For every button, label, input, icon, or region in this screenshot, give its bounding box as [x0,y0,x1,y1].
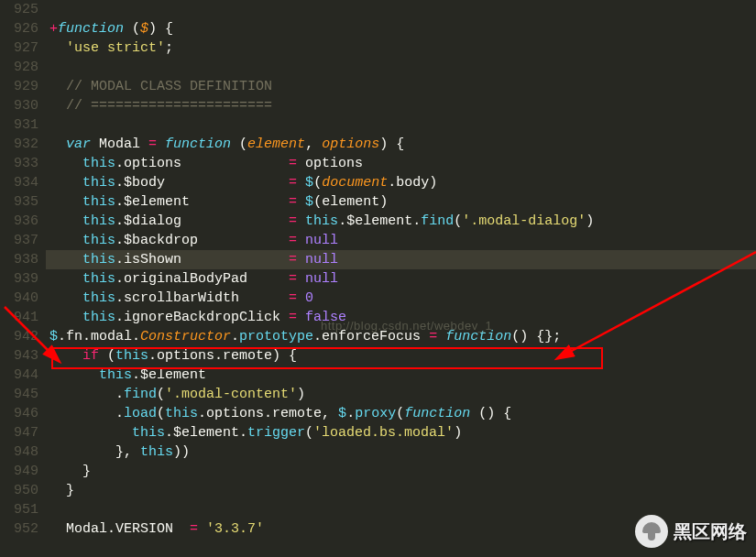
code-line[interactable]: this.scrollbarWidth = 0 [46,289,756,308]
code-line[interactable]: +function ($) { [46,19,756,38]
line-number: 931 [0,115,38,135]
line-number: 935 [0,192,38,212]
line-number: 930 [0,96,38,115]
code-line[interactable]: this.isShown = null [46,250,756,269]
brand-text: 黑区网络 [674,519,747,544]
line-number: 951 [0,500,38,519]
line-number: 936 [0,212,38,231]
line-number: 933 [0,154,38,173]
code-line[interactable]: if (this.options.remote) { [46,346,756,366]
line-number: 929 [0,77,38,96]
brand-logo: 黑区网络 [635,515,747,548]
line-number: 952 [0,519,38,539]
code-line[interactable]: this.$body = $(document.body) [46,173,756,192]
code-line[interactable]: this.$backdrop = null [46,231,756,250]
code-line[interactable]: // MODAL CLASS DEFINITION [46,77,756,96]
watermark-text: http://blog.csdn.net/webdev_1 [321,319,492,333]
code-line[interactable]: this.options = options [46,154,756,173]
line-number: 925 [0,0,38,19]
code-area[interactable]: http://blog.csdn.net/webdev_1 +function … [46,0,756,539]
mushroom-icon [635,515,668,548]
code-line[interactable]: // ====================== [46,96,756,115]
line-number: 938 [0,250,38,269]
code-line[interactable]: this.originalBodyPad = null [46,269,756,289]
code-line[interactable]: this.$element [46,366,756,385]
code-line[interactable]: .find('.modal-content') [46,385,756,404]
line-number: 944 [0,366,38,385]
line-number: 948 [0,442,38,462]
code-line[interactable] [46,0,756,19]
line-number-gutter: 9259269279289299309319329339349359369379… [0,0,46,539]
line-number: 926 [0,19,38,38]
code-line[interactable]: }, this)) [46,442,756,462]
code-line[interactable]: this.$element = $(element) [46,192,756,212]
line-number: 928 [0,58,38,77]
line-number: 927 [0,38,38,58]
line-number: 942 [0,327,38,346]
line-number: 939 [0,269,38,289]
line-number: 934 [0,173,38,192]
code-line[interactable]: } [46,481,756,500]
line-number: 949 [0,462,38,481]
line-number: 937 [0,231,38,250]
code-line[interactable]: 'use strict'; [46,38,756,58]
line-number: 943 [0,346,38,366]
line-number: 946 [0,404,38,423]
line-number: 945 [0,385,38,404]
line-number: 950 [0,481,38,500]
line-number: 940 [0,289,38,308]
line-number: 941 [0,308,38,327]
code-line[interactable] [46,58,756,77]
code-line[interactable] [46,115,756,135]
code-line[interactable]: this.$dialog = this.$element.find('.moda… [46,212,756,231]
line-number: 932 [0,135,38,154]
code-line[interactable]: .load(this.options.remote, $.proxy(funct… [46,404,756,423]
code-line[interactable]: var Modal = function (element, options) … [46,135,756,154]
code-line[interactable]: this.$element.trigger('loaded.bs.modal') [46,423,756,442]
code-editor[interactable]: 9259269279289299309319329339349359369379… [0,0,756,539]
code-line[interactable]: } [46,462,756,481]
line-number: 947 [0,423,38,442]
